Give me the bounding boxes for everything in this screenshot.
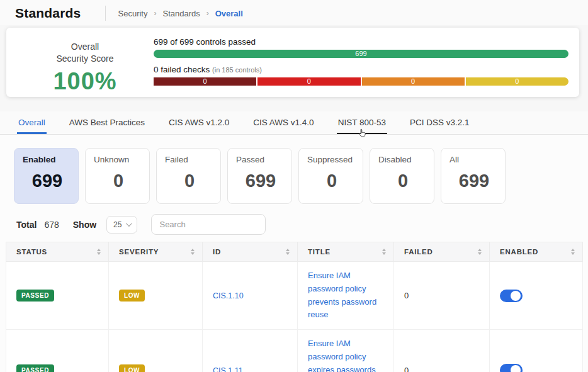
breadcrumb-item[interactable]: Security (118, 9, 148, 18)
column-header-label: SEVERITY (119, 248, 159, 256)
breadcrumb-item[interactable]: Standards (162, 9, 200, 18)
column-header[interactable]: ID (203, 242, 298, 262)
standards-tab[interactable]: AWS Best Practices (68, 111, 146, 134)
summary-card-value: 0 (378, 171, 434, 191)
tab-label: AWS Best Practices (69, 118, 145, 127)
column-header[interactable]: ENABLED (490, 242, 583, 262)
breadcrumb-separator-icon: › (206, 9, 209, 18)
column-header-label: FAILED (404, 248, 433, 256)
severity-segment: 0 (257, 77, 360, 86)
summary-card[interactable]: Unknown 0 (85, 148, 150, 204)
search-input[interactable] (151, 214, 266, 235)
column-header-label: ENABLED (500, 248, 538, 256)
summary-card[interactable]: Failed 0 (156, 148, 221, 204)
table-header-row: STATUS SEVERITY ID (6, 242, 583, 262)
tab-label: NIST 800-53 (338, 118, 386, 127)
page-header: Standards Security › Standards › Overall (0, 0, 588, 25)
score-label: Overall Security Score (16, 41, 154, 65)
summary-card[interactable]: Suppressed 0 (298, 148, 363, 204)
column-header[interactable]: TITLE (298, 242, 394, 262)
column-header[interactable]: SEVERITY (109, 242, 203, 262)
passed-bar-label: 699 of 699 controls passed (154, 37, 568, 47)
enabled-toggle[interactable] (500, 290, 523, 302)
breadcrumb-item[interactable]: Overall (215, 9, 243, 18)
standards-tabs: Overall AWS Best Practices CIS AWS v1.2.… (0, 111, 588, 135)
severity-segment: 0 (466, 77, 568, 86)
severity-badge: LOW (119, 364, 145, 372)
show-label: Show (73, 220, 96, 230)
summary-card-label: Passed (236, 155, 291, 164)
sort-icon[interactable] (478, 249, 482, 255)
tab-label: Overall (18, 118, 45, 127)
severity-segment-value: 0 (257, 77, 360, 86)
summary-card-label: Enabled (23, 155, 78, 164)
passed-bar-value: 699 (154, 50, 568, 58)
summary-card[interactable]: Enabled 699 (14, 148, 79, 204)
column-header-label: ID (213, 248, 221, 256)
header-divider (105, 6, 106, 21)
standards-tab[interactable]: CIS AWS v1.2.0 (167, 111, 230, 134)
sort-icon[interactable] (97, 249, 101, 255)
summary-card-label: Unknown (94, 155, 149, 164)
standards-tab[interactable]: NIST 800-53 (337, 111, 387, 134)
severity-segment-value: 0 (362, 77, 465, 86)
failed-count: 0 (404, 291, 409, 300)
summary-card-value: 699 (23, 171, 78, 191)
control-title-link[interactable]: Ensure IAM password policy prevents pass… (308, 269, 386, 322)
toggle-knob (511, 365, 521, 372)
severity-badge: LOW (119, 290, 145, 302)
summary-card-value: 0 (94, 171, 149, 191)
failed-count: 0 (404, 366, 409, 372)
column-header-label: STATUS (16, 248, 47, 256)
column-header[interactable]: FAILED (394, 242, 490, 262)
summary-card-value: 699 (449, 171, 505, 191)
chevron-down-icon (126, 220, 132, 227)
enabled-toggle[interactable] (500, 364, 523, 372)
severity-segment: 0 (362, 77, 465, 86)
failed-severity-bar: 0 0 0 0 (154, 77, 568, 86)
breadcrumb-separator-icon: › (154, 9, 156, 18)
sort-icon[interactable] (191, 249, 195, 255)
summary-card-label: Disabled (378, 155, 434, 164)
summary-card-value: 699 (236, 171, 291, 191)
total-label: Total (16, 220, 37, 230)
standards-tab[interactable]: Overall (17, 111, 47, 134)
total-value: 678 (44, 220, 59, 230)
summary-card[interactable]: All 699 (441, 148, 506, 204)
severity-segment: 0 (154, 77, 256, 86)
toggle-knob (511, 291, 521, 301)
security-score-card: Overall Security Score 100% 699 of 699 c… (6, 28, 579, 97)
passed-progress-bar: 699 (154, 50, 568, 58)
page-size-select[interactable]: 25 (106, 216, 137, 234)
severity-segment-value: 0 (466, 77, 568, 86)
tab-label: CIS AWS v1.2.0 (169, 118, 229, 127)
status-badge: PASSED (16, 364, 54, 372)
control-title-link[interactable]: Ensure IAM password policy expires passw… (308, 337, 386, 372)
status-badge: PASSED (16, 290, 54, 302)
column-header[interactable]: STATUS (6, 242, 109, 262)
table-row: PASSED LOW CIS.1.10 Ensure IAM password … (6, 262, 583, 330)
mouse-cursor-icon (357, 128, 366, 140)
sort-icon[interactable] (286, 249, 290, 255)
breadcrumb: Security › Standards › Overall (118, 9, 243, 18)
severity-segment-value: 0 (154, 77, 256, 86)
standards-tab[interactable]: CIS AWS v1.4.0 (252, 111, 315, 134)
tab-label: PCI DSS v3.2.1 (410, 118, 470, 127)
summary-card-label: All (449, 155, 505, 164)
summary-card[interactable]: Passed 699 (227, 148, 292, 204)
sort-icon[interactable] (382, 249, 386, 255)
page-title: Standards (15, 6, 81, 21)
sort-icon[interactable] (571, 249, 575, 255)
standards-tab[interactable]: PCI DSS v3.2.1 (409, 111, 471, 134)
failed-bar-label: 0 failed checks (in 185 controls) (154, 65, 568, 74)
page-size-value: 25 (113, 220, 122, 229)
control-id-link[interactable]: CIS.1.10 (213, 291, 244, 300)
control-id-link[interactable]: CIS.1.11 (213, 366, 243, 372)
column-header-label: TITLE (308, 248, 331, 256)
summary-card-value: 0 (307, 171, 363, 191)
summary-card-label: Failed (165, 155, 220, 164)
failed-bar-sublabel: (in 185 controls) (212, 66, 262, 74)
summary-card[interactable]: Disabled 0 (370, 148, 434, 204)
main-content: Enabled 699 Unknown 0 Failed 0 Passed 69… (0, 135, 588, 372)
summary-card-label: Suppressed (307, 155, 363, 164)
